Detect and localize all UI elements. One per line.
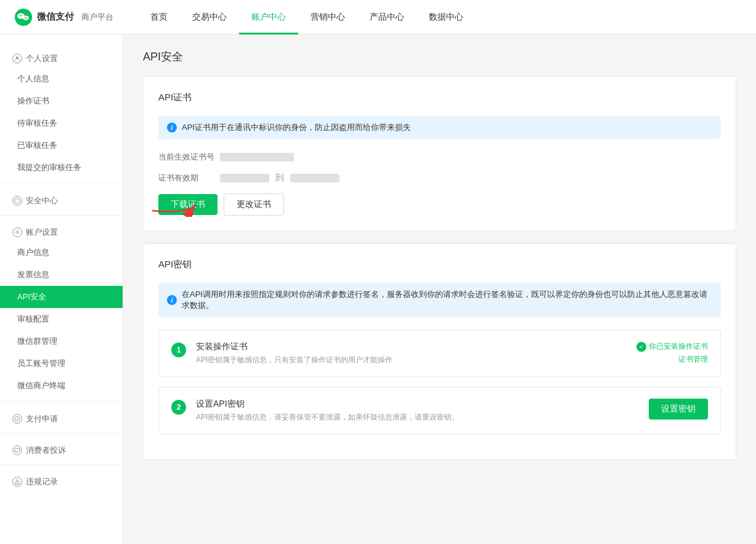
sidebar-item-wechat-group[interactable]: 微信群管理 <box>0 330 123 352</box>
step-1-content: 安装操作证书 API密钥属于敏感信息，只有安装了操作证书的用户才能操作 <box>196 341 392 365</box>
shield-icon <box>12 196 22 206</box>
main-nav: 首页 交易中心 账户中心 营销中心 产品中心 数据中心 <box>138 0 476 34</box>
person-icon <box>12 54 22 63</box>
sidebar-section-violation-label: 违规记录 <box>26 476 58 487</box>
page-title: API安全 <box>143 49 736 64</box>
warning-icon <box>12 477 22 487</box>
sidebar-section-payment-label: 支付申请 <box>26 413 58 424</box>
api-key-info-text: 在API调用时用来按照指定规则对你的请求参数进行签名，服务器收到你的请求时会进行… <box>182 289 712 311</box>
nav-tab-transaction[interactable]: 交易中心 <box>180 0 239 35</box>
sidebar-section-personal-label: 个人设置 <box>26 53 58 64</box>
sidebar-item-audit-config[interactable]: 审核配置 <box>0 308 123 330</box>
step-1-status: ✓ 你已安装操作证书 <box>636 341 708 352</box>
sidebar-section-payment[interactable]: 支付申请 <box>0 407 123 428</box>
step-1-left: 1 安装操作证书 API密钥属于敏感信息，只有安装了操作证书的用户才能操作 <box>171 341 392 365</box>
sidebar-item-wechat-terminal[interactable]: 微信商户终端 <box>0 375 123 397</box>
api-cert-card: API证书 i API证书用于在通讯中标识你的身份，防止因盗用而给你带来损失 当… <box>143 76 736 231</box>
sidebar-item-personal-info[interactable]: 个人信息 <box>0 68 123 90</box>
api-key-info-banner: i 在API调用时用来按照指定规则对你的请求参数进行签名，服务器收到你的请求时会… <box>158 283 721 317</box>
sidebar-section-account: 账户设置 <box>0 221 123 242</box>
divider-3 <box>0 402 123 402</box>
sidebar-item-operation-cert[interactable]: 操作证书 <box>0 90 123 112</box>
step-2-title: 设置API密钥 <box>196 399 459 410</box>
info-icon-2: i <box>167 295 177 305</box>
sidebar: 个人设置 个人信息 操作证书 待审核任务 已审核任务 我提交的审核任务 安全中心… <box>0 35 123 544</box>
api-cert-title: API证书 <box>158 92 721 104</box>
divider-1 <box>0 184 123 184</box>
sidebar-item-reviewed-tasks[interactable]: 已审核任务 <box>0 134 123 156</box>
change-cert-button[interactable]: 更改证书 <box>224 193 284 216</box>
sidebar-section-violation[interactable]: 违规记录 <box>0 470 123 491</box>
chat-icon <box>12 445 22 455</box>
api-key-card: API密钥 i 在API调用时用来按照指定规则对你的请求参数进行签名，服务器收到… <box>143 243 736 460</box>
step-1-number: 1 <box>171 343 186 357</box>
set-key-button[interactable]: 设置密钥 <box>649 399 708 420</box>
api-key-title: API密钥 <box>158 259 721 270</box>
cert-number-row: 当前生效证书号 <box>158 152 721 163</box>
step-1-right: ✓ 你已安装操作证书 证书管理 <box>636 341 708 365</box>
svg-point-9 <box>15 416 20 421</box>
svg-point-5 <box>25 17 26 18</box>
cert-validity-label: 证书有效期 <box>158 173 220 184</box>
nav-tab-account[interactable]: 账户中心 <box>239 0 298 35</box>
cert-validity-row: 证书有效期 到 <box>158 173 721 184</box>
nav-tab-data[interactable]: 数据中心 <box>417 0 476 35</box>
svg-point-2 <box>20 15 21 16</box>
cert-validity-to <box>290 174 339 182</box>
cert-number-label: 当前生效证书号 <box>158 152 220 163</box>
cert-management-link[interactable]: 证书管理 <box>678 354 708 365</box>
svg-point-8 <box>17 232 18 233</box>
sidebar-item-api-security[interactable]: API安全 <box>0 286 123 308</box>
sidebar-section-personal: 个人设置 <box>0 47 123 68</box>
api-cert-info-text: API证书用于在通讯中标识你的身份，防止因盗用而给你带来损失 <box>182 122 411 133</box>
nav-tab-home[interactable]: 首页 <box>138 0 180 35</box>
sidebar-section-security-label: 安全中心 <box>26 195 58 206</box>
step-1-title: 安装操作证书 <box>196 341 392 352</box>
sidebar-item-submitted-tasks[interactable]: 我提交的审核任务 <box>0 156 123 179</box>
step-1-item: 1 安装操作证书 API密钥属于敏感信息，只有安装了操作证书的用户才能操作 ✓ … <box>158 330 721 377</box>
step-2-item: 2 设置API密钥 API密钥属于敏感信息，请妥善保管不要泄露，如果怀疑信息泄露… <box>158 387 721 434</box>
step-1-desc: API密钥属于敏感信息，只有安装了操作证书的用户才能操作 <box>196 355 392 365</box>
logo: 微信支付 商户平台 <box>15 9 113 26</box>
gear-icon <box>12 227 22 237</box>
nav-tab-product[interactable]: 产品中心 <box>357 0 417 35</box>
main-content: API安全 API证书 i API证书用于在通讯中标识你的身份，防止因盗用而给你… <box>123 35 756 544</box>
nav-tab-marketing[interactable]: 营销中心 <box>298 0 357 35</box>
layout: 个人设置 个人信息 操作证书 待审核任务 已审核任务 我提交的审核任务 安全中心… <box>0 35 756 544</box>
step-2-content: 设置API密钥 API密钥属于敏感信息，请妥善保管不要泄露，如果怀疑信息泄露，请… <box>196 399 459 423</box>
sidebar-item-staff-account[interactable]: 员工账号管理 <box>0 352 123 375</box>
wechat-pay-icon <box>15 9 32 26</box>
sidebar-section-complaint[interactable]: 消费者投诉 <box>0 439 123 460</box>
cert-validity-from <box>220 174 269 182</box>
sidebar-item-pending-tasks[interactable]: 待审核任务 <box>0 112 123 134</box>
divider-2 <box>0 215 123 216</box>
step-1-status-text: 你已安装操作证书 <box>649 341 708 352</box>
step-2-right: 设置密钥 <box>649 399 708 420</box>
svg-point-4 <box>23 15 29 20</box>
check-icon: ✓ <box>636 342 646 352</box>
cert-buttons-row: 下载证书 更改证书 <box>158 193 721 216</box>
api-cert-info-banner: i API证书用于在通讯中标识你的身份，防止因盗用而给你带来损失 <box>158 116 721 139</box>
cert-number-value <box>220 153 294 161</box>
logo-sub: 商户平台 <box>81 12 113 23</box>
sidebar-item-invoice-info[interactable]: 发票信息 <box>0 264 123 286</box>
divider-4 <box>0 433 123 434</box>
info-icon: i <box>167 123 177 132</box>
sidebar-item-merchant-info[interactable]: 商户信息 <box>0 242 123 264</box>
step-2-left: 2 设置API密钥 API密钥属于敏感信息，请妥善保管不要泄露，如果怀疑信息泄露… <box>171 399 459 423</box>
sidebar-section-account-label: 账户设置 <box>26 227 58 238</box>
check-circle-icon <box>12 414 22 424</box>
download-cert-button[interactable]: 下载证书 <box>158 194 217 215</box>
sidebar-section-complaint-label: 消费者投诉 <box>26 445 66 456</box>
logo-text: 微信支付 <box>37 11 74 23</box>
svg-point-11 <box>17 483 18 484</box>
sidebar-section-security[interactable]: 安全中心 <box>0 189 123 210</box>
divider-5 <box>0 465 123 465</box>
header: 微信支付 商户平台 首页 交易中心 账户中心 营销中心 产品中心 数据中心 <box>0 0 756 35</box>
svg-point-6 <box>26 17 27 18</box>
svg-point-3 <box>22 15 23 16</box>
step-2-number: 2 <box>171 400 186 415</box>
step-2-desc: API密钥属于敏感信息，请妥善保管不要泄露，如果怀疑信息泄露，请重设密钥。 <box>196 412 459 423</box>
cert-validity-separator: 到 <box>275 173 284 184</box>
